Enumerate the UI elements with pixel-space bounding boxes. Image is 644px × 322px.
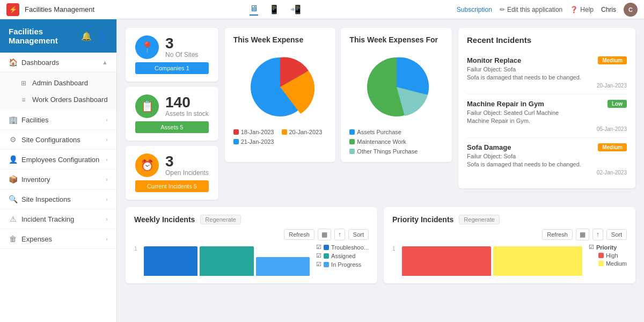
sidebar-item-site-configurations[interactable]: ⚙ Site Configurations › — [0, 130, 116, 150]
legend-color-dot — [598, 253, 604, 258]
user-avatar-icon[interactable]: 👤 — [97, 31, 108, 41]
incident-sub2: Machine Repair in Gym. — [467, 118, 627, 124]
legend-label: 18-Jan-2023 — [241, 129, 274, 135]
legend-label: Other Things Purchase — [357, 148, 418, 155]
expenses-for-legend: Assets Purchase Maintenance Work Other T… — [349, 129, 443, 155]
weekly-expense-title: This Week Expense — [233, 35, 327, 44]
subscription-link[interactable]: Subscription — [457, 6, 492, 13]
legend-color-dot — [324, 245, 329, 250]
weekly-chart-content: 1 ☑ Troubleshoo... — [134, 244, 369, 276]
weekly-refresh-button[interactable]: Refresh — [284, 229, 314, 240]
legend-dot — [282, 129, 287, 135]
sidebar-header: Facilities Management 🔔 👤 — [0, 19, 116, 53]
monitor-icon[interactable]: 🖥 — [250, 4, 258, 16]
current-incidents-button[interactable]: Current Incidents 5 — [135, 180, 209, 192]
sidebar-item-facilities[interactable]: 🏢 Facilities › — [0, 110, 116, 130]
sidebar-item-label: Facilities — [21, 116, 49, 124]
y-axis-label: 1 — [134, 246, 137, 252]
companies-button[interactable]: Companies 1 — [135, 62, 209, 74]
sidebar-item-dashboards[interactable]: 🏠 Dashboards ▲ — [0, 53, 116, 72]
avatar[interactable]: C — [624, 3, 638, 17]
tablet-small-icon[interactable]: 📲 — [290, 4, 301, 14]
chevron-right-icon: › — [106, 236, 108, 242]
incident-date: 20-Jan-2023 — [467, 83, 627, 89]
user-name: Chris — [601, 6, 616, 13]
stat-card-incidents: ⏰ 3 Open Incidents Current Incidents 5 — [126, 146, 218, 200]
sidebar-item-site-inspections[interactable]: 🔍 Site Inspections › — [0, 189, 116, 209]
weekly-regenerate-button[interactable]: Regenerate — [200, 215, 241, 224]
inventory-icon: 📦 — [9, 175, 17, 184]
sidebar-item-inventory[interactable]: 📦 Inventory › — [0, 170, 116, 189]
sidebar-item-incident-tracking[interactable]: ⚠ Incident Tracking › — [0, 209, 116, 229]
expenses-for-chart-area — [349, 49, 443, 125]
incident-sub1: Failur Object: Sofa — [467, 153, 627, 159]
incident-badge: Low — [608, 100, 627, 108]
priority-legend-header: Priority — [596, 244, 617, 251]
weekly-sort-button[interactable]: Sort — [348, 229, 369, 240]
priority-sort-button[interactable]: Sort — [606, 229, 627, 240]
bar-assigned — [200, 246, 254, 276]
pie-charts-col: This Week Expense — [225, 28, 452, 162]
sidebar-item-admin-dashboard[interactable]: ⊞ Admin Dashboard — [0, 75, 116, 91]
stat-card-assets: 📋 140 Assets In stock Assets 5 — [126, 87, 218, 141]
legend-medium: Medium — [589, 260, 627, 267]
priority-regenerate-button[interactable]: Regenerate — [459, 215, 500, 224]
sidebar: Facilities Management 🔔 👤 🏠 Dashboards ▲… — [0, 19, 117, 322]
expenses-icon: 🗑 — [9, 235, 17, 243]
sidebar-item-label: Dashboards — [21, 58, 59, 67]
weekly-bar-icon-button[interactable]: ▦ — [318, 229, 331, 240]
bar-medium — [493, 246, 582, 276]
incident-name: Machine Repair in Gym — [467, 100, 544, 108]
app-layout: Facilities Management 🔔 👤 🏠 Dashboards ▲… — [0, 19, 644, 322]
bell-icon[interactable]: 🔔 — [81, 31, 92, 41]
legend-priority-header: ☑ Priority — [589, 244, 627, 251]
bar-troubleshoot — [144, 246, 198, 276]
legend-label: Medium — [606, 260, 627, 267]
dashboards-icon: 🏠 — [9, 58, 17, 67]
topbar-right: Subscription ✏ Edit this application ❓ H… — [457, 3, 638, 17]
check-icon: ☑ — [316, 252, 321, 259]
bar-in-progress — [256, 257, 310, 276]
help-button[interactable]: ❓ Help — [570, 6, 594, 13]
stats-recent-row: 📍 3 No Of Sites Companies 1 📋 140 — [126, 28, 635, 200]
weekly-share-icon-button[interactable]: ↑ — [334, 229, 345, 240]
legend-item-1: 20-Jan-2023 — [282, 129, 323, 135]
app-logo: ⚡ — [6, 3, 19, 16]
work-orders-icon: ≡ — [19, 96, 28, 104]
legend-dot — [233, 139, 239, 144]
legend-item-mw: Maintenance Work — [349, 138, 406, 145]
legend-dot — [349, 149, 355, 154]
facilities-icon: 🏢 — [9, 115, 17, 124]
weekly-incidents-title: Weekly Incidents — [134, 215, 195, 224]
tablet-icon[interactable]: 📱 — [269, 4, 280, 14]
legend-label: 20-Jan-2023 — [289, 129, 323, 135]
check-icon: ☑ — [316, 244, 321, 251]
stat-card-sites: 📍 3 No Of Sites Companies 1 — [126, 28, 218, 82]
sidebar-item-expenses[interactable]: 🗑 Expenses › — [0, 229, 116, 249]
chevron-right-icon: › — [106, 156, 108, 163]
sidebar-sub-label: Admin Dashboard — [32, 79, 88, 87]
sidebar-sub-dashboards: ⊞ Admin Dashboard ≡ Work Orders Dashboar… — [0, 72, 116, 110]
incident-item-0: Monitor Replace Medium Failur Object: So… — [467, 51, 627, 94]
expense-pie-svg — [237, 49, 323, 125]
bar-high — [402, 246, 491, 276]
sidebar-sub-label: Work Orders Dashboard — [32, 96, 108, 104]
incidents-number: 3 — [165, 154, 209, 169]
legend-item-ap: Assets Purchase — [349, 129, 401, 135]
chevron-right-icon: › — [106, 116, 108, 123]
legend-color-dot — [598, 261, 604, 266]
edit-application-button[interactable]: ✏ Edit this application — [500, 6, 562, 13]
priority-share-icon-button[interactable]: ↑ — [592, 229, 603, 240]
sidebar-item-label: Incident Tracking — [21, 215, 74, 223]
priority-bar-icon-button[interactable]: ▦ — [576, 229, 589, 240]
incident-name: Sofa Damage — [467, 143, 511, 151]
legend-dot — [349, 129, 355, 135]
incident-item-1: Machine Repair in Gym Low Failur Object:… — [467, 94, 627, 138]
assets-button[interactable]: Assets 5 — [135, 121, 209, 133]
priority-refresh-button[interactable]: Refresh — [542, 229, 573, 240]
incident-sub1: Failur Object: Seated Curl Machine — [467, 109, 627, 116]
sidebar-item-employees-configuration[interactable]: 👤 Employees Configuration › — [0, 150, 116, 170]
legend-label: Troubleshoo... — [331, 244, 369, 251]
sidebar-item-work-orders-dashboard[interactable]: ≡ Work Orders Dashboard — [0, 91, 116, 108]
chevron-right-icon: › — [106, 176, 108, 182]
